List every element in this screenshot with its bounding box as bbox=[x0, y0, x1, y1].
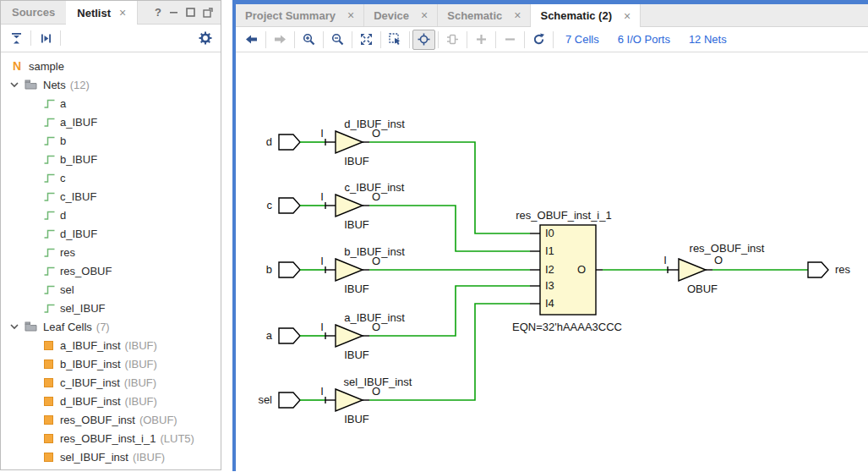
tree-item-cell[interactable]: d_IBUF_inst(IBUF) bbox=[1, 392, 221, 410]
tree-item-label: d_IBUF_inst bbox=[60, 395, 121, 408]
close-icon[interactable]: × bbox=[119, 7, 126, 19]
tree-item-cell[interactable]: sel_IBUF_inst(IBUF) bbox=[1, 447, 221, 466]
collapse-cone-button[interactable] bbox=[499, 30, 521, 50]
minimize-button[interactable] bbox=[169, 8, 178, 17]
tab-project-summary[interactable]: Project Summary × bbox=[236, 4, 364, 26]
nets-count-link[interactable]: 12 Nets bbox=[689, 33, 727, 46]
net-icon bbox=[43, 210, 55, 221]
input-port-shape-c[interactable] bbox=[279, 198, 300, 213]
lut-pin-label: I1 bbox=[545, 244, 554, 257]
tree-item-cell[interactable]: res_OBUF_inst(OBUF) bbox=[1, 410, 221, 429]
cell-type: (OBUF) bbox=[139, 414, 177, 426]
settings-button[interactable] bbox=[197, 30, 214, 47]
tree-item-net[interactable]: d bbox=[1, 206, 221, 224]
tree-item-net[interactable]: sel bbox=[1, 280, 221, 299]
toolbar-separator bbox=[323, 31, 324, 48]
instance-name: a_IBUF_inst bbox=[344, 311, 405, 324]
tree-item-cell[interactable]: res_OBUF_inst_i_1(LUT5) bbox=[1, 429, 221, 447]
output-port-shape-res[interactable] bbox=[808, 262, 828, 277]
tree-item-cell[interactable]: b_IBUF_inst(IBUF) bbox=[1, 354, 221, 373]
add-cell-button[interactable] bbox=[441, 30, 464, 50]
pin-in-label: I bbox=[663, 254, 667, 266]
expand-cone-button[interactable] bbox=[470, 30, 493, 50]
close-icon[interactable]: × bbox=[421, 9, 428, 21]
close-icon[interactable]: × bbox=[514, 9, 521, 21]
zoom-out-button[interactable] bbox=[326, 30, 349, 50]
tab-netlist[interactable]: Netlist × bbox=[66, 1, 138, 25]
zoom-out-icon bbox=[331, 33, 344, 46]
tree-item-net[interactable]: a bbox=[1, 94, 221, 113]
port-label: d bbox=[266, 135, 272, 148]
tree-item-net[interactable]: b bbox=[1, 131, 221, 150]
tree-item-label: b_IBUF bbox=[60, 153, 97, 166]
input-port-shape-sel[interactable] bbox=[279, 392, 300, 408]
maximize-icon bbox=[186, 8, 195, 17]
tree-item-cell[interactable]: c_IBUF_inst(IBUF) bbox=[1, 373, 221, 392]
netlist-tree: N sample Nets (12) a a_IBUF b b_IBUF c c… bbox=[1, 52, 221, 466]
tree-group-label: Leaf Cells bbox=[43, 321, 92, 333]
tree-group-leaf-cells[interactable]: Leaf Cells (7) bbox=[1, 317, 221, 336]
ibuf-cell-sel[interactable] bbox=[336, 389, 363, 411]
tree-item-net[interactable]: res_OBUF bbox=[1, 261, 221, 280]
tree-group-nets[interactable]: Nets (12) bbox=[1, 75, 221, 94]
port-label: a bbox=[266, 329, 273, 342]
tree-item-net[interactable]: sel_IBUF bbox=[1, 299, 221, 317]
tree-item-net[interactable]: c_IBUF bbox=[1, 187, 221, 206]
tree-item-net[interactable]: c bbox=[1, 168, 221, 187]
autofit-selection-icon bbox=[418, 33, 430, 46]
toolbar-separator bbox=[438, 31, 439, 48]
panel-window-buttons: ? bbox=[155, 1, 221, 24]
tree-item-sample[interactable]: N sample bbox=[1, 57, 221, 75]
ibuf-cell-b[interactable] bbox=[336, 259, 363, 281]
tree-item-net[interactable]: a_IBUF bbox=[1, 113, 221, 131]
cells-count-link[interactable]: 7 Cells bbox=[565, 33, 599, 46]
input-port-shape-b[interactable] bbox=[279, 262, 300, 277]
tree-item-label: sel_IBUF bbox=[60, 302, 105, 315]
tree-item-net[interactable]: res bbox=[1, 243, 221, 261]
io-ports-count-link[interactable]: 6 I/O Ports bbox=[618, 33, 670, 46]
forward-button[interactable] bbox=[269, 30, 292, 50]
instance-name: sel_IBUF_inst bbox=[344, 376, 412, 388]
ibuf-cell-d[interactable] bbox=[336, 131, 363, 153]
chevron-down-icon[interactable] bbox=[9, 81, 19, 88]
netlist-root-icon: N bbox=[11, 59, 23, 73]
tab-device[interactable]: Device × bbox=[364, 4, 438, 26]
close-icon[interactable]: × bbox=[624, 10, 631, 22]
back-arrow-icon bbox=[245, 33, 258, 46]
help-button[interactable]: ? bbox=[155, 6, 161, 19]
regenerate-button[interactable] bbox=[527, 30, 550, 50]
autofit-selection-button[interactable] bbox=[412, 30, 435, 50]
tab-schematic[interactable]: Schematic × bbox=[438, 4, 531, 26]
tab-schematic-2[interactable]: Schematic (2) × bbox=[531, 4, 641, 27]
zoom-to-selection-button[interactable] bbox=[384, 30, 407, 50]
tree-item-cell[interactable]: a_IBUF_inst(IBUF) bbox=[1, 336, 221, 354]
input-port-shape-a[interactable] bbox=[279, 328, 300, 343]
tree-item-net[interactable]: b_IBUF bbox=[1, 150, 221, 168]
net-icon bbox=[43, 154, 55, 165]
back-button[interactable] bbox=[240, 30, 263, 50]
pin-in-label: I bbox=[320, 190, 324, 203]
net-icon bbox=[43, 117, 55, 128]
ibuf-cell-a[interactable] bbox=[336, 325, 363, 347]
zoom-in-button[interactable] bbox=[298, 30, 320, 50]
tab-sources[interactable]: Sources bbox=[1, 1, 66, 24]
chevron-down-icon[interactable] bbox=[9, 323, 19, 330]
tree-item-net[interactable]: d_IBUF bbox=[1, 224, 221, 243]
collapse-all-button[interactable] bbox=[8, 30, 25, 47]
ibuf-cell-c[interactable] bbox=[336, 195, 363, 217]
float-button[interactable] bbox=[203, 8, 213, 18]
tree-item-label: b bbox=[60, 134, 66, 147]
expand-to-selection-button[interactable] bbox=[37, 30, 54, 47]
tree-item-label: sel bbox=[60, 283, 74, 296]
zoom-to-selection-icon bbox=[389, 33, 401, 46]
zoom-fit-button[interactable] bbox=[355, 30, 378, 50]
close-icon[interactable]: × bbox=[347, 9, 354, 21]
instance-name: d_IBUF_inst bbox=[344, 118, 405, 130]
obuf-cell-res[interactable] bbox=[679, 259, 706, 281]
maximize-button[interactable] bbox=[186, 8, 195, 17]
input-port-shape-d[interactable] bbox=[279, 134, 300, 150]
net-wire-c-ibuf[interactable] bbox=[369, 206, 530, 251]
tree-item-label: d_IBUF bbox=[60, 228, 97, 240]
pin-in-label: I bbox=[320, 321, 324, 333]
schematic-canvas[interactable]: d I O d_IBUF_inst IBUF c bbox=[236, 52, 868, 471]
